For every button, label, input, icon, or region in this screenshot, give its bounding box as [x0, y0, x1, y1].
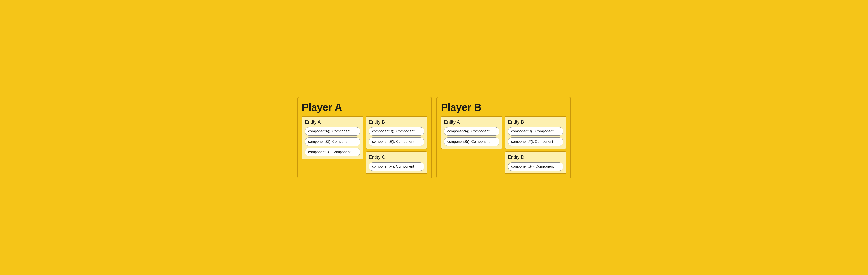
- player-a-entity-c-title: Entity C: [369, 155, 424, 160]
- player-b-entity-a-component-1: componentB(): Component: [444, 138, 499, 146]
- player-a-entity-a-component-1: componentB(): Component: [305, 138, 360, 146]
- player-b-entity-a-box: Entity A componentA(): Component compone…: [441, 116, 502, 149]
- player-b-panel: Player B Entity A componentA(): Componen…: [436, 97, 571, 178]
- player-a-body: Entity A componentA(): Component compone…: [302, 116, 427, 174]
- player-a-right-column: Entity B componentD(): Component compone…: [366, 116, 427, 174]
- player-b-left-column: Entity A componentA(): Component compone…: [441, 116, 502, 174]
- player-b-entity-a-title: Entity A: [444, 119, 499, 125]
- player-a-entity-b-component-0: componentD(): Component: [369, 127, 424, 136]
- main-container: Player A Entity A componentA(): Componen…: [297, 97, 571, 178]
- player-b-entity-d-title: Entity D: [508, 155, 563, 160]
- player-b-entity-b-box: Entity B componentD(): Component compone…: [505, 116, 566, 149]
- player-b-entity-b-component-1: componentF(): Component: [508, 138, 563, 146]
- player-a-title: Player A: [302, 101, 427, 113]
- player-a-entity-a-box: Entity A componentA(): Component compone…: [302, 116, 363, 159]
- player-b-entity-b-component-0: componentD(): Component: [508, 127, 563, 136]
- player-a-entity-a-title: Entity A: [305, 119, 360, 125]
- player-a-left-column: Entity A componentA(): Component compone…: [302, 116, 363, 174]
- player-b-body: Entity A componentA(): Component compone…: [441, 116, 566, 174]
- player-a-entity-a-component-2: componentC(): Component: [305, 148, 360, 156]
- player-b-entity-a-component-0: componentA(): Component: [444, 127, 499, 136]
- player-a-entity-a-component-0: componentA(): Component: [305, 127, 360, 136]
- player-b-entity-d-box: Entity D componentG(): Component: [505, 152, 566, 174]
- player-a-panel: Player A Entity A componentA(): Componen…: [297, 97, 432, 178]
- player-b-title: Player B: [441, 101, 566, 113]
- player-b-entity-b-title: Entity B: [508, 119, 563, 125]
- player-b-right-column: Entity B componentD(): Component compone…: [505, 116, 566, 174]
- player-a-entity-c-component-0: componentF(): Component: [369, 162, 424, 171]
- player-a-entity-b-box: Entity B componentD(): Component compone…: [366, 116, 427, 149]
- player-a-entity-c-box: Entity C componentF(): Component: [366, 152, 427, 174]
- player-a-entity-b-title: Entity B: [369, 119, 424, 125]
- player-a-entity-b-component-1: componentE(): Component: [369, 138, 424, 146]
- player-b-entity-d-component-0: componentG(): Component: [508, 162, 563, 171]
